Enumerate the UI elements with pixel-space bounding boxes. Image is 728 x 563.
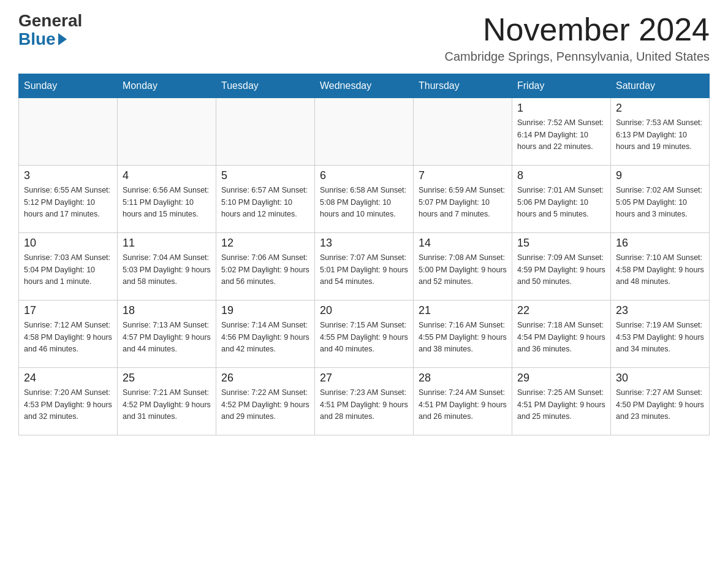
day-number: 28: [419, 372, 507, 385]
day-info: Sunrise: 7:15 AM Sunset: 4:55 PM Dayligh…: [320, 320, 408, 355]
calendar-cell: 27Sunrise: 7:23 AM Sunset: 4:51 PM Dayli…: [315, 368, 414, 435]
calendar-cell: 10Sunrise: 7:03 AM Sunset: 5:04 PM Dayli…: [19, 233, 118, 301]
day-info: Sunrise: 7:03 AM Sunset: 5:04 PM Dayligh…: [24, 252, 112, 288]
column-header-monday: Monday: [118, 74, 216, 98]
calendar-cell: 6Sunrise: 6:58 AM Sunset: 5:08 PM Daylig…: [315, 166, 414, 233]
day-number: 17: [24, 304, 112, 317]
calendar-cell: 23Sunrise: 7:19 AM Sunset: 4:53 PM Dayli…: [611, 301, 710, 368]
day-number: 16: [616, 237, 704, 250]
calendar-cell: [19, 98, 118, 166]
day-info: Sunrise: 7:27 AM Sunset: 4:50 PM Dayligh…: [616, 387, 704, 423]
calendar-cell: 29Sunrise: 7:25 AM Sunset: 4:51 PM Dayli…: [512, 368, 611, 435]
day-number: 30: [616, 372, 704, 385]
day-info: Sunrise: 7:18 AM Sunset: 4:54 PM Dayligh…: [517, 320, 605, 355]
day-info: Sunrise: 6:57 AM Sunset: 5:10 PM Dayligh…: [221, 185, 309, 220]
calendar-cell: [118, 98, 216, 166]
calendar-cell: 20Sunrise: 7:15 AM Sunset: 4:55 PM Dayli…: [315, 301, 414, 368]
calendar-cell: 2Sunrise: 7:53 AM Sunset: 6:13 PM Daylig…: [611, 98, 710, 166]
day-number: 18: [123, 304, 211, 317]
day-number: 1: [517, 102, 605, 115]
calendar-cell: [315, 98, 414, 166]
day-info: Sunrise: 7:08 AM Sunset: 5:00 PM Dayligh…: [419, 252, 507, 288]
day-info: Sunrise: 7:02 AM Sunset: 5:05 PM Dayligh…: [616, 185, 704, 220]
calendar-cell: 19Sunrise: 7:14 AM Sunset: 4:56 PM Dayli…: [216, 301, 315, 368]
calendar-cell: 8Sunrise: 7:01 AM Sunset: 5:06 PM Daylig…: [512, 166, 611, 233]
day-number: 5: [221, 169, 309, 182]
day-number: 4: [123, 169, 211, 182]
calendar-cell: 22Sunrise: 7:18 AM Sunset: 4:54 PM Dayli…: [512, 301, 611, 368]
day-number: 2: [616, 102, 704, 115]
column-header-friday: Friday: [512, 74, 611, 98]
day-number: 3: [24, 169, 112, 182]
day-number: 20: [320, 304, 408, 317]
day-info: Sunrise: 7:09 AM Sunset: 4:59 PM Dayligh…: [517, 252, 605, 288]
day-number: 15: [517, 237, 605, 250]
calendar: SundayMondayTuesdayWednesdayThursdayFrid…: [18, 74, 710, 435]
day-number: 25: [123, 372, 211, 385]
day-info: Sunrise: 7:12 AM Sunset: 4:58 PM Dayligh…: [24, 320, 112, 355]
day-info: Sunrise: 7:13 AM Sunset: 4:57 PM Dayligh…: [123, 320, 211, 355]
week-row-5: 24Sunrise: 7:20 AM Sunset: 4:53 PM Dayli…: [19, 368, 710, 435]
week-row-1: 1Sunrise: 7:52 AM Sunset: 6:14 PM Daylig…: [19, 98, 710, 166]
calendar-cell: 11Sunrise: 7:04 AM Sunset: 5:03 PM Dayli…: [118, 233, 216, 301]
calendar-cell: 5Sunrise: 6:57 AM Sunset: 5:10 PM Daylig…: [216, 166, 315, 233]
day-number: 12: [221, 237, 309, 250]
calendar-cell: 18Sunrise: 7:13 AM Sunset: 4:57 PM Dayli…: [118, 301, 216, 368]
calendar-cell: 17Sunrise: 7:12 AM Sunset: 4:58 PM Dayli…: [19, 301, 118, 368]
month-title: November 2024: [445, 12, 710, 47]
day-info: Sunrise: 7:14 AM Sunset: 4:56 PM Dayligh…: [221, 320, 309, 355]
day-number: 10: [24, 237, 112, 250]
calendar-cell: 15Sunrise: 7:09 AM Sunset: 4:59 PM Dayli…: [512, 233, 611, 301]
calendar-cell: 16Sunrise: 7:10 AM Sunset: 4:58 PM Dayli…: [611, 233, 710, 301]
calendar-cell: 12Sunrise: 7:06 AM Sunset: 5:02 PM Dayli…: [216, 233, 315, 301]
day-info: Sunrise: 7:20 AM Sunset: 4:53 PM Dayligh…: [24, 387, 112, 423]
day-number: 19: [221, 304, 309, 317]
calendar-header-row: SundayMondayTuesdayWednesdayThursdayFrid…: [19, 74, 710, 98]
calendar-cell: [216, 98, 315, 166]
day-number: 14: [419, 237, 507, 250]
day-info: Sunrise: 7:22 AM Sunset: 4:52 PM Dayligh…: [221, 387, 309, 423]
calendar-cell: 24Sunrise: 7:20 AM Sunset: 4:53 PM Dayli…: [19, 368, 118, 435]
calendar-cell: [414, 98, 512, 166]
location-title: Cambridge Springs, Pennsylvania, United …: [445, 50, 710, 64]
day-number: 27: [320, 372, 408, 385]
header: General Blue November 2024 Cambridge Spr…: [18, 12, 710, 64]
calendar-cell: 28Sunrise: 7:24 AM Sunset: 4:51 PM Dayli…: [414, 368, 512, 435]
column-header-thursday: Thursday: [414, 74, 512, 98]
day-number: 29: [517, 372, 605, 385]
day-number: 26: [221, 372, 309, 385]
calendar-cell: 3Sunrise: 6:55 AM Sunset: 5:12 PM Daylig…: [19, 166, 118, 233]
day-number: 9: [616, 169, 704, 182]
week-row-3: 10Sunrise: 7:03 AM Sunset: 5:04 PM Dayli…: [19, 233, 710, 301]
calendar-cell: 21Sunrise: 7:16 AM Sunset: 4:55 PM Dayli…: [414, 301, 512, 368]
day-info: Sunrise: 7:06 AM Sunset: 5:02 PM Dayligh…: [221, 252, 309, 288]
title-area: November 2024 Cambridge Springs, Pennsyl…: [445, 12, 710, 64]
day-info: Sunrise: 7:24 AM Sunset: 4:51 PM Dayligh…: [419, 387, 507, 423]
day-info: Sunrise: 7:25 AM Sunset: 4:51 PM Dayligh…: [517, 387, 605, 423]
week-row-4: 17Sunrise: 7:12 AM Sunset: 4:58 PM Dayli…: [19, 301, 710, 368]
column-header-wednesday: Wednesday: [315, 74, 414, 98]
column-header-saturday: Saturday: [611, 74, 710, 98]
day-info: Sunrise: 7:07 AM Sunset: 5:01 PM Dayligh…: [320, 252, 408, 288]
calendar-cell: 4Sunrise: 6:56 AM Sunset: 5:11 PM Daylig…: [118, 166, 216, 233]
day-info: Sunrise: 7:10 AM Sunset: 4:58 PM Dayligh…: [616, 252, 704, 288]
calendar-cell: 14Sunrise: 7:08 AM Sunset: 5:00 PM Dayli…: [414, 233, 512, 301]
day-number: 23: [616, 304, 704, 317]
logo-blue-text: Blue: [18, 29, 68, 49]
column-header-tuesday: Tuesday: [216, 74, 315, 98]
calendar-cell: 7Sunrise: 6:59 AM Sunset: 5:07 PM Daylig…: [414, 166, 512, 233]
day-info: Sunrise: 7:04 AM Sunset: 5:03 PM Dayligh…: [123, 252, 211, 288]
day-number: 13: [320, 237, 408, 250]
day-info: Sunrise: 7:21 AM Sunset: 4:52 PM Dayligh…: [123, 387, 211, 423]
day-number: 22: [517, 304, 605, 317]
day-number: 11: [123, 237, 211, 250]
day-info: Sunrise: 7:16 AM Sunset: 4:55 PM Dayligh…: [419, 320, 507, 355]
day-number: 24: [24, 372, 112, 385]
calendar-cell: 25Sunrise: 7:21 AM Sunset: 4:52 PM Dayli…: [118, 368, 216, 435]
column-header-sunday: Sunday: [19, 74, 118, 98]
day-info: Sunrise: 6:59 AM Sunset: 5:07 PM Dayligh…: [419, 185, 507, 220]
day-info: Sunrise: 7:52 AM Sunset: 6:14 PM Dayligh…: [517, 117, 605, 153]
day-info: Sunrise: 7:23 AM Sunset: 4:51 PM Dayligh…: [320, 387, 408, 423]
calendar-cell: 13Sunrise: 7:07 AM Sunset: 5:01 PM Dayli…: [315, 233, 414, 301]
week-row-2: 3Sunrise: 6:55 AM Sunset: 5:12 PM Daylig…: [19, 166, 710, 233]
